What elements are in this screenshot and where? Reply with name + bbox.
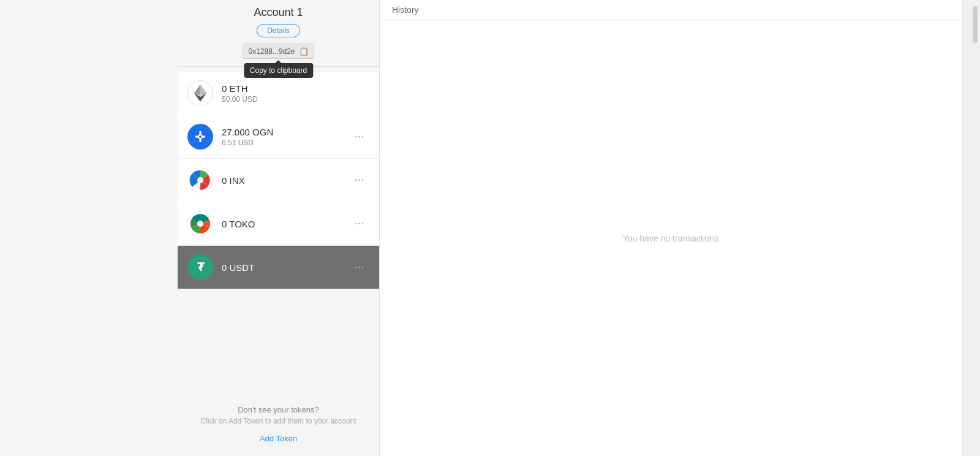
svg-point-10 [197, 177, 203, 183]
toko-menu[interactable]: ··· [350, 216, 369, 232]
left-panel [0, 0, 178, 456]
eth-info: 0 ETH $0.00 USD [222, 83, 369, 104]
history-panel: History You have no transactions [380, 0, 962, 456]
ogn-amount: 27.000 OGN [222, 127, 350, 137]
add-token-hint: Don't see your tokens? [187, 405, 369, 414]
eth-amount: 0 ETH [222, 83, 369, 94]
scrollbar-area [962, 0, 980, 456]
ogn-menu[interactable]: ··· [350, 129, 369, 145]
add-token-section: Don't see your tokens? Click on Add Toke… [178, 393, 379, 456]
eth-icon [187, 80, 213, 106]
copy-icon[interactable]: 📋 [299, 47, 309, 56]
scrollbar-thumb[interactable] [973, 6, 978, 43]
token-list: 0 ETH $0.00 USD 27.000 OGN [178, 72, 379, 393]
ogn-info: 27.000 OGN 6.51 USD [222, 127, 350, 147]
inx-menu[interactable]: ··· [350, 172, 369, 188]
svg-point-8 [199, 135, 202, 138]
svg-point-12 [197, 221, 203, 227]
add-token-link[interactable]: Add Token [260, 434, 297, 443]
usdt-icon: ₮ [187, 254, 213, 280]
eth-usd: $0.00 USD [222, 95, 369, 104]
token-item-eth[interactable]: 0 ETH $0.00 USD [178, 72, 379, 115]
address-text: 0x1288...9d2e [248, 47, 295, 56]
toko-icon [187, 211, 213, 237]
ogn-icon [187, 124, 213, 150]
address-row: 0x1288...9d2e 📋 Copy to clipboard [187, 44, 369, 59]
inx-amount: 0 INX [222, 175, 350, 186]
history-tab[interactable]: History [380, 0, 962, 20]
usdt-amount: 0 USDT [222, 262, 350, 273]
add-token-sub: Click on Add Token to add them to your a… [187, 417, 369, 425]
inx-icon [187, 167, 213, 193]
account-title: Account 1 [187, 6, 369, 19]
wallet-header: Account 1 Details 0x1288...9d2e 📋 Copy t… [178, 0, 379, 61]
details-button[interactable]: Details [257, 24, 300, 37]
token-item-ogn[interactable]: 27.000 OGN 6.51 USD ··· [178, 115, 379, 159]
copy-tooltip: Copy to clipboard [244, 63, 313, 78]
token-item-inx[interactable]: 0 INX ··· [178, 159, 379, 202]
token-item-toko[interactable]: 0 TOKO ··· [178, 202, 379, 246]
wallet-panel: Account 1 Details 0x1288...9d2e 📋 Copy t… [178, 0, 380, 456]
usdt-info: 0 USDT [222, 262, 350, 273]
toko-amount: 0 TOKO [222, 219, 350, 229]
history-empty: You have no transactions [380, 20, 962, 456]
inx-info: 0 INX [222, 175, 350, 186]
ogn-usd: 6.51 USD [222, 139, 350, 147]
usdt-menu[interactable]: ··· [350, 259, 369, 275]
main-content: Account 1 Details 0x1288...9d2e 📋 Copy t… [178, 0, 980, 456]
toko-info: 0 TOKO [222, 219, 350, 229]
address-badge[interactable]: 0x1288...9d2e 📋 [243, 44, 314, 59]
token-item-usdt[interactable]: ₮ 0 USDT ··· [178, 246, 379, 289]
